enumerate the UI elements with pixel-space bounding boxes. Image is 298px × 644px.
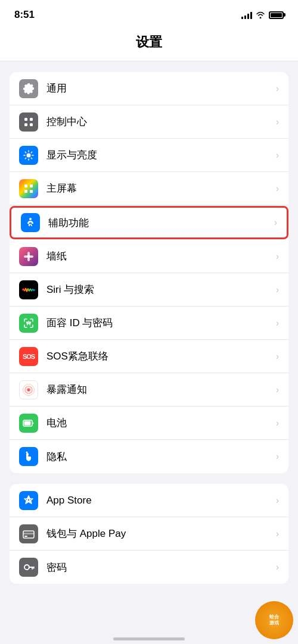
wallpaper-icon xyxy=(19,247,38,266)
home-screen-icon xyxy=(19,179,38,198)
settings-row-privacy[interactable]: 隐私 › xyxy=(10,440,288,473)
svg-rect-0 xyxy=(24,118,27,121)
page-header: 设置 xyxy=(0,26,298,61)
sos-chevron: › xyxy=(276,351,279,362)
control-center-icon xyxy=(19,112,38,132)
exposure-dots-icon xyxy=(22,383,35,396)
svg-point-4 xyxy=(27,153,31,157)
wallpaper-label: 墙纸 xyxy=(46,249,276,263)
settings-row-battery[interactable]: 电池 › xyxy=(10,407,288,440)
settings-row-siri[interactable]: Siri 与搜索 › xyxy=(10,273,288,307)
page-title: 设置 xyxy=(136,35,162,49)
exposure-chevron: › xyxy=(276,384,279,395)
settings-row-sos[interactable]: SOS SOS紧急联络 › xyxy=(10,340,288,373)
display-brightness-icon xyxy=(23,149,35,161)
faceid-icon xyxy=(19,314,38,333)
appstore-icon xyxy=(19,491,38,510)
display-icon xyxy=(19,146,38,165)
svg-rect-16 xyxy=(30,190,33,193)
homescreen-icon xyxy=(23,183,35,195)
appstore-chevron: › xyxy=(276,495,279,506)
accessibility-chevron: › xyxy=(274,217,277,228)
settings-row-wallet[interactable]: 钱包与 Apple Pay › xyxy=(10,517,288,551)
settings-row-home-screen[interactable]: 主屏幕 › xyxy=(10,172,288,205)
settings-row-accessibility[interactable]: 辅助功能 › xyxy=(10,206,288,239)
settings-row-control-center[interactable]: 控制中心 › xyxy=(10,105,288,139)
control-center-label: 控制中心 xyxy=(46,115,276,129)
general-label: 通用 xyxy=(46,82,276,95)
privacy-icon xyxy=(19,447,38,466)
svg-point-22 xyxy=(30,255,33,258)
display-chevron: › xyxy=(276,150,279,161)
battery-icon xyxy=(269,11,284,19)
svg-line-9 xyxy=(25,152,26,152)
exposure-label: 暴露通知 xyxy=(46,383,276,396)
app-store-icon xyxy=(23,495,35,507)
general-chevron: › xyxy=(276,83,279,94)
wifi-icon xyxy=(256,11,265,18)
siri-icon xyxy=(19,280,38,299)
svg-point-21 xyxy=(24,255,27,258)
sos-label: SOS紧急联络 xyxy=(46,349,276,363)
svg-rect-36 xyxy=(24,536,27,537)
svg-point-19 xyxy=(27,252,30,255)
settings-row-appstore[interactable]: App Store › xyxy=(10,484,288,517)
privacy-hand-icon xyxy=(23,451,35,462)
svg-rect-35 xyxy=(23,533,34,534)
svg-point-20 xyxy=(27,258,30,261)
display-label: 显示与亮度 xyxy=(46,148,276,162)
wallet-icon xyxy=(19,524,38,543)
sos-icon: SOS xyxy=(19,347,38,366)
wallpaper-chevron: › xyxy=(276,251,279,262)
svg-rect-13 xyxy=(24,185,27,187)
accessibility-icon xyxy=(21,213,40,232)
general-settings-section: 通用 › 控制中心 › xyxy=(10,72,288,473)
password-icon xyxy=(19,558,38,577)
home-screen-label: 主屏幕 xyxy=(46,182,276,195)
apps-settings-section: App Store › 钱包与 Apple Pay › 密码 › xyxy=(10,484,288,584)
battery-level-icon xyxy=(23,419,35,427)
signal-icon xyxy=(241,11,252,19)
svg-rect-3 xyxy=(30,123,33,126)
settings-row-exposure[interactable]: 暴露通知 › xyxy=(10,373,288,407)
faceid-chevron: › xyxy=(276,318,279,329)
settings-row-faceid[interactable]: 面容 ID 与密码 › xyxy=(10,307,288,340)
svg-line-12 xyxy=(31,152,32,152)
control-icon xyxy=(23,116,35,128)
privacy-label: 隐私 xyxy=(46,450,276,464)
password-chevron: › xyxy=(276,562,279,573)
settings-row-general[interactable]: 通用 › xyxy=(10,72,288,105)
settings-row-wallpaper[interactable]: 墙纸 › xyxy=(10,240,288,273)
svg-rect-32 xyxy=(24,421,31,425)
status-time: 8:51 xyxy=(14,9,35,21)
svg-point-25 xyxy=(30,322,31,323)
siri-waveform-icon xyxy=(22,286,35,294)
password-label: 密码 xyxy=(46,561,276,574)
accessibility-label: 辅助功能 xyxy=(48,216,274,230)
siri-chevron: › xyxy=(276,285,279,295)
gear-icon xyxy=(23,83,35,95)
svg-point-24 xyxy=(27,322,28,323)
svg-rect-2 xyxy=(24,123,27,126)
home-screen-chevron: › xyxy=(276,183,279,194)
battery-settings-icon xyxy=(19,414,38,433)
svg-rect-1 xyxy=(30,118,33,121)
battery-chevron: › xyxy=(276,418,279,429)
key-icon xyxy=(23,561,35,573)
svg-point-33 xyxy=(26,452,28,454)
wallet-label: 钱包与 Apple Pay xyxy=(46,527,276,540)
svg-rect-15 xyxy=(24,190,27,193)
wallet-card-icon xyxy=(23,529,35,539)
face-scan-icon xyxy=(23,317,35,329)
svg-point-23 xyxy=(27,255,30,258)
battery-label: 电池 xyxy=(46,416,276,430)
svg-point-30 xyxy=(28,389,30,390)
faceid-label: 面容 ID 与密码 xyxy=(46,316,276,330)
accessibility-person-icon xyxy=(24,217,36,229)
wallet-chevron: › xyxy=(276,529,279,539)
settings-row-display[interactable]: 显示与亮度 › xyxy=(10,139,288,172)
appstore-label: App Store xyxy=(46,495,276,507)
status-icons xyxy=(241,11,284,19)
svg-line-10 xyxy=(31,158,32,158)
settings-row-password[interactable]: 密码 › xyxy=(10,551,288,584)
